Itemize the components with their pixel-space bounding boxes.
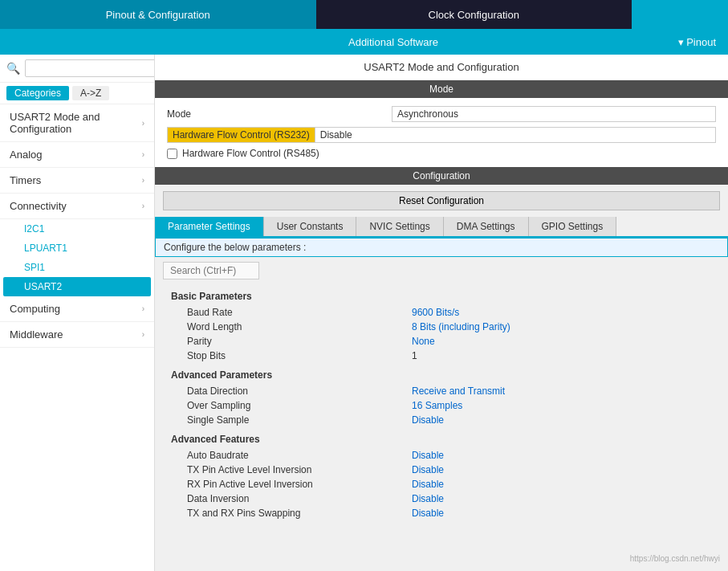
mode-row-hwflow: Hardware Flow Control (RS232)	[167, 127, 716, 143]
group-advanced-params: Advanced Parameters	[171, 369, 720, 381]
configure-hint: Configure the below parameters :	[155, 238, 728, 257]
mode-row-mode: Mode	[167, 106, 716, 122]
sidebar-item-analog[interactable]: Analog ›	[0, 142, 154, 168]
tab-user-constants[interactable]: User Constants	[264, 217, 357, 236]
chevron-icon: ›	[142, 304, 144, 313]
config-header: Configuration	[155, 167, 728, 185]
pinout-config-tab[interactable]: Pinout & Configuration	[0, 0, 316, 29]
sidebar-item-connectivity[interactable]: Connectivity ›	[0, 194, 154, 219]
sidebar-sub-i2c1[interactable]: I2C1	[0, 219, 154, 239]
sidebar-item-label: Middleware	[10, 328, 63, 341]
sidebar-item-middleware[interactable]: Middleware ›	[0, 322, 154, 348]
chevron-icon: ›	[142, 202, 144, 210]
rs485-checkbox-row: Hardware Flow Control (RS485)	[167, 148, 716, 159]
group-advanced-features: Advanced Features	[171, 434, 720, 445]
second-nav: Additional Software ▾ Pinout	[0, 29, 728, 55]
sidebar-item-system-core[interactable]: USART2 Mode and Configuration ›	[0, 104, 154, 142]
sidebar-sub-spi1[interactable]: SPI1	[0, 258, 154, 277]
group-basic: Basic Parameters	[171, 291, 720, 302]
mode-field-value[interactable]	[392, 106, 716, 122]
sidebar-item-timers[interactable]: Timers ›	[0, 168, 154, 194]
tab-parameter-settings[interactable]: Parameter Settings	[155, 217, 264, 236]
tab-az[interactable]: A->Z	[72, 86, 109, 100]
param-rx-pin-inversion: RX Pin Active Level Inversion Disable	[163, 477, 720, 491]
sidebar-item-label: Computing	[10, 303, 60, 315]
main-layout: 🔍 ⚙ Categories A->Z USART2 Mode and Conf…	[0, 55, 728, 571]
top-nav-right	[632, 0, 728, 29]
param-pins-swapping: TX and RX Pins Swapping Disable	[163, 506, 720, 520]
sidebar-item-label: Connectivity	[10, 200, 67, 212]
tab-dma-settings[interactable]: DMA Settings	[444, 217, 529, 236]
chevron-icon: ›	[142, 176, 144, 185]
param-baud-rate: Baud Rate 9600 Bits/s	[163, 305, 720, 320]
param-data-direction: Data Direction Receive and Transmit	[163, 384, 720, 398]
search-bar: 🔍 ⚙	[0, 55, 154, 83]
mode-section: Mode Hardware Flow Control (RS232) Hardw…	[155, 98, 728, 167]
content-title: USART2 Mode and Configuration	[155, 55, 728, 80]
pinout-toggle[interactable]: ▾ Pinout	[632, 36, 728, 48]
search-input[interactable]	[25, 59, 155, 77]
mode-header: Mode	[155, 80, 728, 98]
param-parity: Parity None	[163, 334, 720, 349]
config-tabs-row: Parameter Settings User Constants NVIC S…	[155, 217, 728, 238]
param-over-sampling: Over Sampling 16 Samples	[163, 398, 720, 413]
rs485-checkbox[interactable]	[167, 149, 177, 159]
hw-flow-label: Hardware Flow Control (RS232)	[167, 127, 315, 143]
tab-categories[interactable]: Categories	[6, 86, 69, 100]
param-auto-baudrate: Auto Baudrate Disable	[163, 448, 720, 463]
chevron-icon: ›	[142, 119, 144, 128]
additional-software-label: Additional Software	[155, 36, 632, 48]
content-area: USART2 Mode and Configuration Mode Mode …	[155, 55, 728, 571]
chevron-icon: ›	[142, 150, 144, 159]
search-icon: 🔍	[6, 62, 20, 75]
sidebar-sub-usart2[interactable]: USART2	[3, 277, 151, 296]
param-data-inversion: Data Inversion Disable	[163, 491, 720, 506]
tab-nvic-settings[interactable]: NVIC Settings	[356, 217, 443, 236]
sidebar-item-computing[interactable]: Computing ›	[0, 296, 154, 322]
param-search-input[interactable]	[163, 262, 259, 279]
sidebar-item-label: Analog	[10, 149, 42, 161]
param-single-sample: Single Sample Disable	[163, 413, 720, 427]
mode-field-label: Mode	[167, 108, 392, 120]
hw-flow-value[interactable]	[315, 127, 716, 143]
param-word-length: Word Length 8 Bits (including Parity)	[163, 320, 720, 334]
params-scroll: Basic Parameters Baud Rate 9600 Bits/s W…	[155, 284, 728, 571]
chevron-icon: ›	[142, 330, 144, 339]
sidebar-item-label: Timers	[10, 174, 41, 186]
clock-config-tab[interactable]: Clock Configuration	[316, 0, 632, 29]
reset-config-button[interactable]: Reset Configuration	[163, 191, 720, 210]
sidebar-sub-lpuart1[interactable]: LPUART1	[0, 239, 154, 258]
param-tx-pin-inversion: TX Pin Active Level Inversion Disable	[163, 463, 720, 477]
param-stop-bits: Stop Bits 1	[163, 349, 720, 363]
top-nav: Pinout & Configuration Clock Configurati…	[0, 0, 728, 29]
sidebar: 🔍 ⚙ Categories A->Z USART2 Mode and Conf…	[0, 55, 155, 571]
watermark: https://blog.csdn.net/hwyi	[630, 554, 720, 563]
tab-gpio-settings[interactable]: GPIO Settings	[529, 217, 617, 236]
sidebar-section: USART2 Mode and Configuration › Analog ›…	[0, 104, 154, 348]
category-tabs: Categories A->Z	[0, 83, 154, 104]
config-area: Configuration Reset Configuration Parame…	[155, 167, 728, 571]
sidebar-item-label: USART2 Mode and Configuration	[10, 111, 142, 135]
rs485-label: Hardware Flow Control (RS485)	[182, 148, 319, 159]
